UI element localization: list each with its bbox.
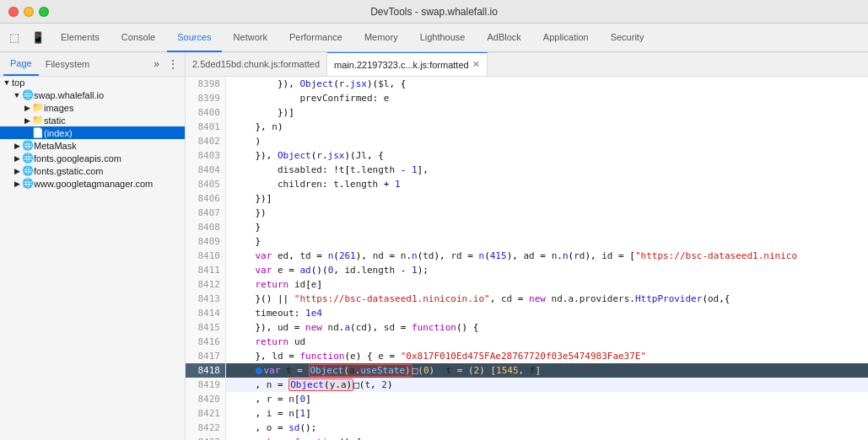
close-button[interactable] <box>8 7 19 17</box>
ln-8418: 8418 <box>186 363 225 378</box>
tree-item-static[interactable]: ▶ 📁 static <box>0 114 185 126</box>
ln-8409: 8409 <box>186 234 225 249</box>
code-editor-panel: 2.5ded15bd.chunk.js:formatted main.22197… <box>186 52 868 440</box>
tab-lighthouse[interactable]: Lighthouse <box>410 24 476 52</box>
domain-icon-gstatic: 🌐 <box>22 165 34 176</box>
ln-8404: 8404 <box>186 163 225 177</box>
tree-item-images[interactable]: ▶ 📁 images <box>0 101 185 114</box>
code-line-8404: disabled: !t[t.length - 1], <box>226 163 868 177</box>
devtools-main: Page Filesystem » ⋮ ▼ top ▼ 🌐 swap.whale… <box>0 52 868 440</box>
code-display[interactable]: 8398 8399 8400 8401 8402 8403 8404 8405 … <box>186 77 868 440</box>
tree-label-swap: swap.whalefall.io <box>34 90 104 100</box>
tree-item-gstatic[interactable]: ▶ 🌐 fonts.gstatic.com <box>0 164 185 177</box>
tab-memory[interactable]: Memory <box>354 24 408 52</box>
ln-8417: 8417 <box>186 349 225 363</box>
code-line-8400: })] <box>226 105 868 120</box>
tab-security[interactable]: Security <box>601 24 655 52</box>
panel-menu-button[interactable]: ⋮ <box>164 56 181 72</box>
tree-label-index: (index) <box>44 128 73 138</box>
line-numbers-gutter: 8398 8399 8400 8401 8402 8403 8404 8405 … <box>186 77 226 440</box>
tree-arrow-googleapis: ▶ <box>12 154 22 163</box>
code-line-8406: })] <box>226 191 868 206</box>
ln-8402: 8402 <box>186 134 225 148</box>
code-line-8405: children: t.length + 1 <box>226 177 868 191</box>
code-line-8403: }), Object(r.jsx)(Jl, { <box>226 148 868 163</box>
tab-sources[interactable]: Sources <box>167 24 221 52</box>
ln-8423: 8423 <box>186 435 225 440</box>
ln-8406: 8406 <box>186 191 225 206</box>
ln-8408: 8408 <box>186 220 225 234</box>
ln-8405: 8405 <box>186 177 225 191</box>
ln-8401: 8401 <box>186 120 225 134</box>
file-icon-index: 📄 <box>32 127 44 138</box>
ln-8414: 8414 <box>186 306 225 320</box>
code-line-8421: , i = n[1] <box>226 406 868 421</box>
traffic-lights <box>8 7 49 17</box>
code-line-8399: prevConfirmed: e <box>226 91 868 105</box>
code-line-8409: } <box>226 234 868 249</box>
tree-arrow-top: ▼ <box>2 78 12 87</box>
ln-8410: 8410 <box>186 249 225 263</box>
code-line-8418: var t = Object(a.useState)□(0) t = (2) [… <box>226 363 868 378</box>
tree-item-metamask[interactable]: ▶ 🌐 MetaMask <box>0 139 185 152</box>
tree-item-swap[interactable]: ▼ 🌐 swap.whalefall.io <box>0 89 185 101</box>
tab-elements[interactable]: Elements <box>51 24 110 52</box>
file-tree: ▼ top ▼ 🌐 swap.whalefall.io ▶ 📁 images <box>0 77 185 440</box>
tab-filesystem[interactable]: Filesystem <box>39 52 97 76</box>
code-line-8414: timeout: 1e4 <box>226 306 868 320</box>
ln-8399: 8399 <box>186 91 225 105</box>
more-tabs-button[interactable]: » <box>148 56 164 72</box>
code-line-8412: return id[e] <box>226 277 868 292</box>
ln-8413: 8413 <box>186 292 225 306</box>
tree-arrow-gstatic: ▶ <box>12 167 22 175</box>
tab-adblock[interactable]: AdBlock <box>477 24 531 52</box>
tab-console[interactable]: Console <box>111 24 165 52</box>
ln-8400: 8400 <box>186 105 225 120</box>
device-toolbar-button[interactable]: 📱 <box>27 27 49 49</box>
ln-8407: 8407 <box>186 206 225 220</box>
ln-8420: 8420 <box>186 392 225 406</box>
tab-page[interactable]: Page <box>3 52 39 76</box>
code-line-8420: , r = n[0] <box>226 392 868 406</box>
tree-item-index[interactable]: 📄 (index) <box>0 126 185 139</box>
tree-item-googleapis[interactable]: ▶ 🌐 fonts.googleapis.com <box>0 152 185 164</box>
tree-item-gtm[interactable]: ▶ 🌐 www.googletagmanager.com <box>0 177 185 190</box>
ln-8412: 8412 <box>186 277 225 292</box>
code-line-8410: var ed, td = n(261), nd = n.n(td), rd = … <box>226 249 868 263</box>
code-line-8401: }, n) <box>226 120 868 134</box>
tree-label-static: static <box>44 115 66 126</box>
tree-arrow-static: ▶ <box>22 116 32 125</box>
tab-performance[interactable]: Performance <box>279 24 353 52</box>
maximize-button[interactable] <box>39 7 49 17</box>
inspect-element-button[interactable]: ⬚ <box>3 27 25 49</box>
tree-label-metamask: MetaMask <box>34 141 77 151</box>
tree-arrow-metamask: ▶ <box>12 142 22 150</box>
tree-item-top[interactable]: ▼ top <box>0 77 185 89</box>
sources-left-panel: Page Filesystem » ⋮ ▼ top ▼ 🌐 swap.whale… <box>0 52 186 440</box>
file-tabs-bar: 2.5ded15bd.chunk.js:formatted main.22197… <box>186 52 868 77</box>
code-line-8415: }), ud = new nd.a(cd), sd = function() { <box>226 320 868 335</box>
ln-8415: 8415 <box>186 320 225 335</box>
file-tab-main[interactable]: main.22197323.c...k.js:formatted ✕ <box>327 52 488 76</box>
code-line-8413: }() || "https://bsc-dataseed1.ninicoin.i… <box>226 292 868 306</box>
panel-tabs: Page Filesystem » ⋮ <box>0 52 185 77</box>
tab-application[interactable]: Application <box>533 24 599 52</box>
ln-8416: 8416 <box>186 335 225 349</box>
file-tab-close-icon[interactable]: ✕ <box>472 60 480 69</box>
code-line-8407: }) <box>226 206 868 220</box>
tree-label-gstatic: fonts.gstatic.com <box>34 166 104 176</box>
tab-network[interactable]: Network <box>224 24 278 52</box>
window-title: DevTools - swap.whalefall.io <box>370 6 498 18</box>
ln-8411: 8411 <box>186 263 225 277</box>
folder-icon-images: 📁 <box>32 102 44 113</box>
domain-icon-googleapis: 🌐 <box>22 153 34 164</box>
tree-label-top: top <box>12 78 24 88</box>
file-tab-chunk[interactable]: 2.5ded15bd.chunk.js:formatted <box>186 52 327 76</box>
tree-label-gtm: www.googletagmanager.com <box>34 179 153 189</box>
code-line-8422: , o = sd(); <box>226 421 868 435</box>
ln-8419: 8419 <box>186 378 225 392</box>
minimize-button[interactable] <box>24 7 34 17</box>
code-line-8398: }), Object(r.jsx)($l, { <box>226 77 868 91</box>
code-line-8419: , n = Object(y.a)□(t, 2) <box>226 378 868 392</box>
domain-icon-swap: 🌐 <box>22 89 34 100</box>
